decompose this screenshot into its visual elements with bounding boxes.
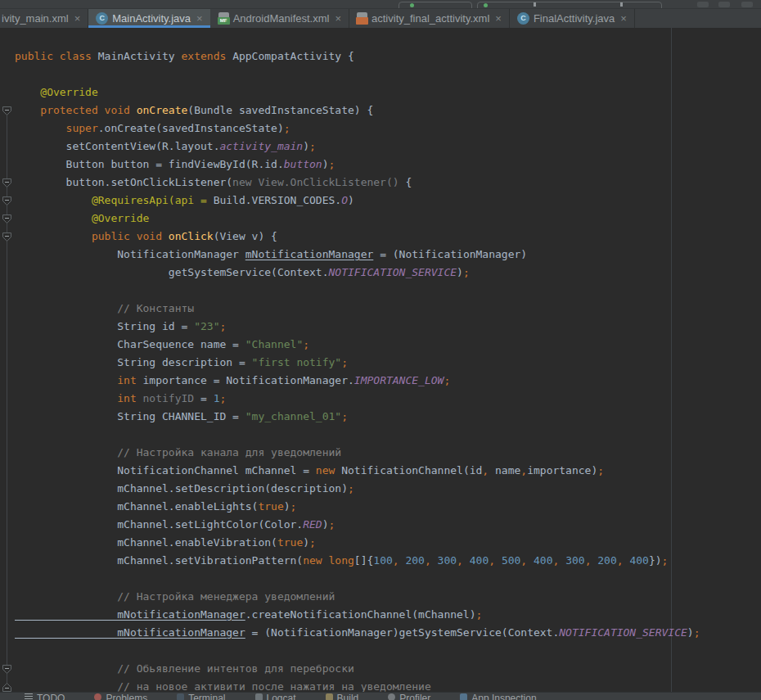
code-line: int importance = NotificationManager.IMP… bbox=[15, 372, 700, 390]
code-line: // Настройка канала для уведомлений bbox=[15, 444, 700, 462]
toolwindow-button-terminal[interactable]: Terminal bbox=[177, 693, 225, 700]
tab-ivity_main.xml[interactable]: ivity_main.xml× bbox=[0, 9, 88, 28]
fold-marker-icon[interactable] bbox=[2, 231, 12, 242]
code-line bbox=[15, 282, 700, 300]
layout-file-icon bbox=[357, 12, 367, 25]
close-icon[interactable]: × bbox=[196, 12, 203, 25]
toolbar-glyph bbox=[534, 2, 536, 7]
code-line: mNotificationManager = (NotificationMana… bbox=[15, 624, 700, 642]
close-icon[interactable]: × bbox=[335, 12, 341, 25]
build-icon bbox=[326, 693, 333, 700]
toolwindow-button-app-inspection[interactable]: App Inspection bbox=[460, 693, 536, 700]
code-line: public void onClick(View v) { bbox=[15, 228, 700, 246]
tool-window-bar: TODOProblemsTerminalLogcatBuildProfilerA… bbox=[0, 692, 761, 700]
toolwindow-label: TODO bbox=[37, 693, 65, 700]
code-line: String description = "first notify"; bbox=[15, 354, 700, 372]
code-line: // на новое активити после нажатия на ув… bbox=[15, 678, 700, 692]
code-line: public class MainActivity extends AppCom… bbox=[15, 47, 700, 65]
fold-marker-icon[interactable] bbox=[2, 195, 12, 205]
code-line: int notifyID = 1; bbox=[15, 390, 700, 408]
green-dot-icon bbox=[410, 3, 414, 7]
code-area[interactable]: public class MainActivity extends AppCom… bbox=[0, 28, 700, 692]
fold-marker-icon[interactable] bbox=[2, 213, 12, 224]
code-line: NotificationManager mNotificationManager… bbox=[15, 246, 700, 264]
tab-label: AndroidManifest.xml bbox=[233, 12, 330, 25]
code-line: NotificationChannel mChannel = new Notif… bbox=[15, 462, 700, 480]
manifest-file-icon: MF bbox=[218, 12, 229, 25]
toolwindow-label: Profiler bbox=[399, 693, 430, 700]
toolwindow-button-logcat[interactable]: Logcat bbox=[255, 693, 296, 700]
problems-icon bbox=[94, 693, 101, 700]
tab-AndroidManifest.xml[interactable]: MFAndroidManifest.xml× bbox=[211, 9, 349, 28]
code-line: mChannel.enableLights(true); bbox=[15, 498, 700, 516]
fold-marker-icon[interactable] bbox=[2, 681, 12, 692]
code-line: mNotificationManager.createNotificationC… bbox=[15, 606, 700, 624]
code-line: protected void onCreate(Bundle savedInst… bbox=[15, 102, 700, 120]
code-line: getSystemService(Context.NOTIFICATION_SE… bbox=[15, 264, 700, 282]
toolwindow-label: Problems bbox=[106, 693, 147, 700]
close-icon[interactable]: × bbox=[74, 12, 81, 25]
code-line bbox=[15, 426, 700, 444]
code-line: @Override bbox=[15, 210, 700, 228]
tab-FinalActtivity.java[interactable]: CFinalActtivity.java× bbox=[510, 9, 635, 28]
code-line: setContentView(R.layout.activity_main); bbox=[15, 138, 700, 156]
toolbar-glyph bbox=[620, 2, 623, 7]
tab-label: ivity_main.xml bbox=[2, 12, 69, 25]
fold-marker-icon[interactable] bbox=[2, 663, 12, 674]
toolbar-button-icon[interactable] bbox=[718, 2, 730, 7]
device-selector[interactable] bbox=[477, 2, 662, 9]
green-dot-icon bbox=[484, 3, 488, 7]
code-line: button.setOnClickListener(new View.OnCli… bbox=[15, 174, 700, 192]
fold-marker-icon[interactable] bbox=[2, 177, 12, 187]
code-editor[interactable]: public class MainActivity extends AppCom… bbox=[0, 28, 761, 692]
tab-MainActivity.java[interactable]: CMainActivity.java× bbox=[88, 9, 210, 28]
toolwindow-button-profiler[interactable]: Profiler bbox=[388, 693, 430, 700]
code-line: super.onCreate(savedInstanceState); bbox=[15, 120, 700, 138]
toolbar-button-icon[interactable] bbox=[697, 2, 709, 7]
toolwindow-label: Terminal bbox=[188, 693, 225, 700]
toolwindow-button-build[interactable]: Build bbox=[326, 693, 359, 700]
logcat-icon bbox=[255, 693, 263, 700]
code-line bbox=[15, 570, 700, 588]
code-line bbox=[15, 642, 700, 660]
code-line: mChannel.setVibrationPattern(new long[]{… bbox=[15, 552, 700, 570]
toolwindow-label: Logcat bbox=[267, 693, 296, 700]
class-file-icon: C bbox=[517, 12, 529, 25]
ide-window: ivity_main.xml×CMainActivity.java×MFAndr… bbox=[0, 0, 761, 700]
profiler-icon bbox=[388, 693, 395, 700]
class-file-icon: C bbox=[96, 12, 108, 25]
toolbar-button-icon[interactable] bbox=[741, 2, 753, 7]
code-line: mChannel.enableVibration(true); bbox=[15, 534, 700, 552]
code-line: // Обьявление интентов для переброски bbox=[15, 660, 700, 678]
code-line: CharSequence name = "Channel"; bbox=[15, 336, 700, 354]
tab-activity_final_acttivity.xml[interactable]: activity_final_acttivity.xml× bbox=[349, 9, 510, 28]
app-inspection-icon bbox=[460, 693, 467, 700]
close-icon[interactable]: × bbox=[620, 12, 627, 25]
close-icon[interactable]: × bbox=[495, 12, 502, 25]
main-toolbar-strip bbox=[0, 0, 761, 9]
tab-label: FinalActtivity.java bbox=[534, 12, 615, 25]
code-line: @RequiresApi(api = Build.VERSION_CODES.O… bbox=[15, 192, 700, 210]
todo-icon bbox=[25, 693, 33, 700]
tab-label: MainActivity.java bbox=[112, 12, 191, 25]
tab-label: activity_final_acttivity.xml bbox=[371, 12, 489, 25]
code-line: // Настройка менеджера уведомлений bbox=[15, 588, 700, 606]
code-line: Button button = findViewById(R.id.button… bbox=[15, 156, 700, 174]
toolwindow-button-todo[interactable]: TODO bbox=[25, 693, 65, 700]
code-line bbox=[15, 65, 700, 84]
toolwindow-label: App Inspection bbox=[471, 693, 536, 700]
code-line: mChannel.setLightColor(Color.RED); bbox=[15, 516, 700, 534]
code-line: mChannel.setDescription(description); bbox=[15, 480, 700, 498]
code-line: String id = "23"; bbox=[15, 318, 700, 336]
code-line: // Константы bbox=[15, 300, 700, 318]
fold-marker-icon[interactable] bbox=[2, 105, 12, 115]
toolwindow-label: Build bbox=[337, 693, 359, 700]
code-line: @Override bbox=[15, 84, 700, 102]
toolwindow-button-problems[interactable]: Problems bbox=[94, 693, 147, 700]
terminal-icon bbox=[177, 693, 184, 700]
editor-tab-bar: ivity_main.xml×CMainActivity.java×MFAndr… bbox=[0, 9, 761, 28]
code-line: String CHANNEL_ID = "my_channel_01"; bbox=[15, 408, 700, 426]
